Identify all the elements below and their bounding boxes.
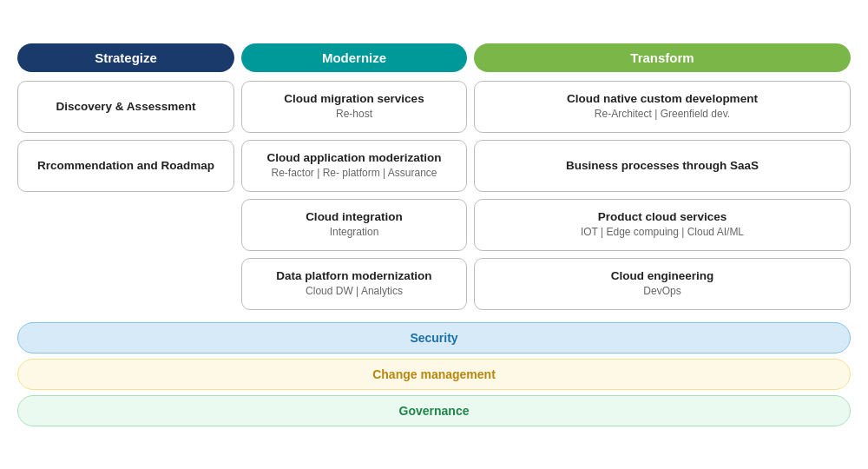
cell-row2-strategize xyxy=(17,199,234,251)
bar-change-mgmt: Change management xyxy=(17,359,851,390)
cell-row3-transform-title: Cloud engineering xyxy=(611,268,714,284)
cell-row3-modernize-title: Data platforn modernization xyxy=(276,268,431,284)
cell-row0-strategize-title: Discovery & Assessment xyxy=(56,99,196,115)
col-header-strategize: Strategize xyxy=(17,43,234,72)
cell-row2-transform-subtitle: IOT | Edge compuing | Cloud AI/ML xyxy=(581,226,744,240)
cell-row0-transform-subtitle: Re-Architect | Greenfield dev. xyxy=(595,108,730,122)
cell-row3-modernize-subtitle: Cloud DW | Analytics xyxy=(306,285,403,299)
cell-row1-strategize: Rrcommendation and Roadmap xyxy=(17,140,234,192)
cell-row0-strategize: Discovery & Assessment xyxy=(17,81,234,133)
cell-row0-modernize-title: Cloud migration services xyxy=(284,91,424,107)
cell-row1-modernize-subtitle: Re-factor | Re- platform | Assurance xyxy=(272,167,437,181)
cell-row1-modernize-title: Cloud application moderization xyxy=(266,150,441,166)
cell-row0-transform: Cloud native custom developmentRe-Archit… xyxy=(474,81,851,133)
cell-row2-modernize-title: Cloud integration xyxy=(306,209,403,225)
cell-row1-modernize: Cloud application moderizationRe-factor … xyxy=(241,140,467,192)
cell-row2-transform: Product cloud servicesIOT | Edge compuin… xyxy=(474,199,851,251)
transform-label: Transform xyxy=(630,50,694,65)
cell-row3-strategize xyxy=(17,258,234,310)
main-container: Strategize Modernize Transform Discovery… xyxy=(17,35,851,435)
col-header-modernize: Modernize xyxy=(241,43,467,72)
cell-row3-transform: Cloud engineeringDevOps xyxy=(474,258,851,310)
cell-row0-modernize: Cloud migration servicesRe-host xyxy=(241,81,467,133)
cell-row3-modernize: Data platforn modernizationCloud DW | An… xyxy=(241,258,467,310)
grid-rows: Discovery & AssessmentCloud migration se… xyxy=(17,81,851,310)
cell-row2-transform-title: Product cloud services xyxy=(598,209,727,225)
modernize-label: Modernize xyxy=(322,50,386,65)
cell-row3-transform-subtitle: DevOps xyxy=(643,285,681,299)
strategize-label: Strategize xyxy=(95,50,157,65)
cell-row1-transform-title: Business processes through SaaS xyxy=(566,158,759,174)
cell-row0-modernize-subtitle: Re-host xyxy=(336,108,372,122)
cell-row1-strategize-title: Rrcommendation and Roadmap xyxy=(37,158,214,174)
cell-row2-modernize: Cloud integrationIntegration xyxy=(241,199,467,251)
cell-row0-transform-title: Cloud native custom development xyxy=(567,91,758,107)
col-header-transform: Transform xyxy=(474,43,851,72)
bottom-bars: SecurityChange managementGovernance xyxy=(17,322,851,426)
cell-row1-transform: Business processes through SaaS xyxy=(474,140,851,192)
bar-security: Security xyxy=(17,322,851,353)
columns-header: Strategize Modernize Transform xyxy=(17,43,851,72)
bar-governance: Governance xyxy=(17,395,851,426)
cell-row2-modernize-subtitle: Integration xyxy=(330,226,379,240)
